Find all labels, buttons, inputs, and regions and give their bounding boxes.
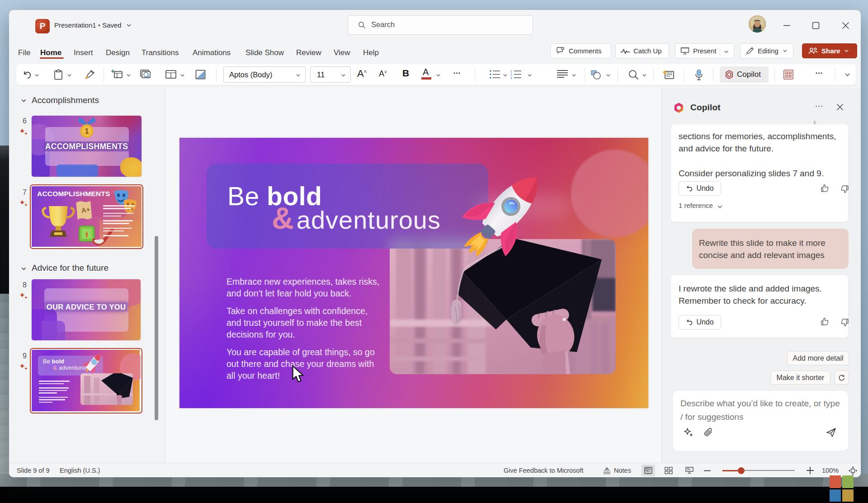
svg-text:1: 1 xyxy=(85,127,89,135)
svg-text:3: 3 xyxy=(510,76,512,80)
svg-text:A+: A+ xyxy=(81,205,91,214)
svg-text:2: 2 xyxy=(510,73,512,76)
svg-text:1: 1 xyxy=(510,70,512,73)
